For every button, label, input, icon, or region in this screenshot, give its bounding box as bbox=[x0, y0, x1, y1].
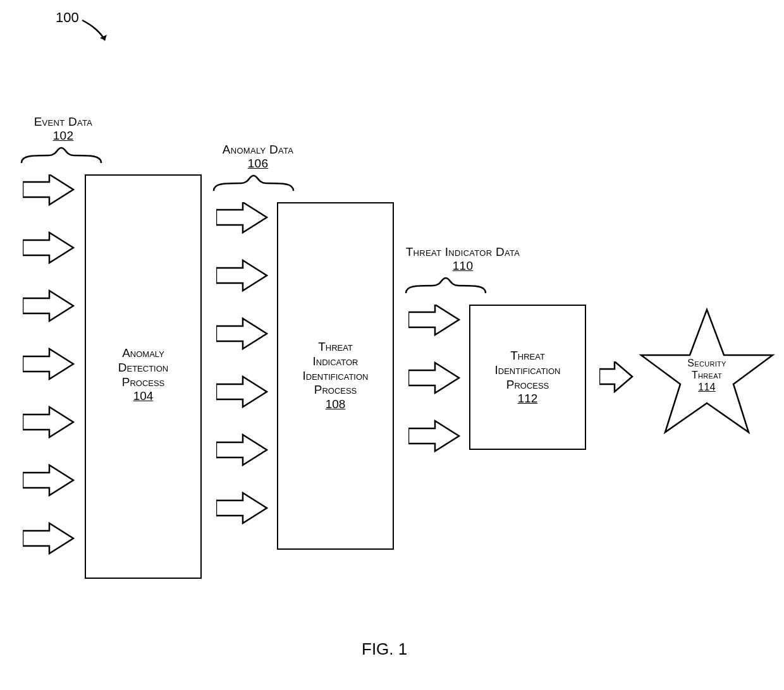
figure-ref-number: 100 bbox=[56, 9, 79, 26]
threat-indicator-data-arrows bbox=[408, 305, 470, 455]
event-data-label: Event Data 102 bbox=[13, 115, 114, 143]
event-data-title: Event Data bbox=[34, 115, 93, 128]
event-data-arrows bbox=[23, 174, 85, 579]
output-arrow bbox=[599, 361, 637, 393]
anomaly-data-brace-icon bbox=[212, 174, 295, 193]
security-threat-title2: Threat bbox=[692, 370, 722, 380]
box112-line1: Threat bbox=[510, 349, 545, 362]
box112-line3: Process bbox=[506, 378, 549, 391]
anomaly-data-label: Anomaly Data 106 bbox=[201, 143, 315, 171]
box112-line2: Identification bbox=[495, 363, 561, 377]
event-data-ref: 102 bbox=[53, 129, 74, 142]
security-threat-title1: Security bbox=[687, 358, 726, 368]
threat-ind-data-ref: 110 bbox=[453, 259, 474, 272]
box104-line1: Anomaly bbox=[122, 346, 164, 360]
threat-indicator-data-brace-icon bbox=[405, 277, 487, 296]
threat-ind-data-title: Threat Indicator Data bbox=[406, 245, 520, 258]
security-threat-ref: 114 bbox=[698, 382, 716, 392]
threat-indicator-data-label: Threat Indicator Data 110 bbox=[381, 245, 545, 274]
threat-identification-box: Threat Identification Process 112 bbox=[469, 305, 586, 450]
box108-ref: 108 bbox=[326, 397, 346, 411]
figure-caption: FIG. 1 bbox=[362, 639, 407, 659]
box104-line3: Process bbox=[122, 375, 165, 389]
anomaly-data-arrows bbox=[216, 202, 278, 553]
anomaly-data-title: Anomaly Data bbox=[223, 143, 294, 156]
event-data-brace-icon bbox=[20, 147, 102, 166]
ref-arrow-icon bbox=[78, 16, 116, 47]
security-threat-label: Security Threat 114 bbox=[644, 358, 770, 394]
box104-line2: Detection bbox=[118, 361, 168, 374]
box108-line1: Threat bbox=[318, 340, 353, 353]
box104-ref: 104 bbox=[133, 389, 154, 402]
box108-line4: Process bbox=[314, 383, 357, 396]
box112-ref: 112 bbox=[518, 392, 538, 405]
box108-line3: Identification bbox=[303, 369, 369, 382]
threat-indicator-identification-box: Threat Indicator Identification Process … bbox=[277, 202, 394, 550]
anomaly-data-ref: 106 bbox=[248, 157, 269, 170]
anomaly-detection-process-box: Anomaly Detection Process 104 bbox=[85, 174, 202, 579]
box108-line2: Indicator bbox=[313, 354, 358, 368]
